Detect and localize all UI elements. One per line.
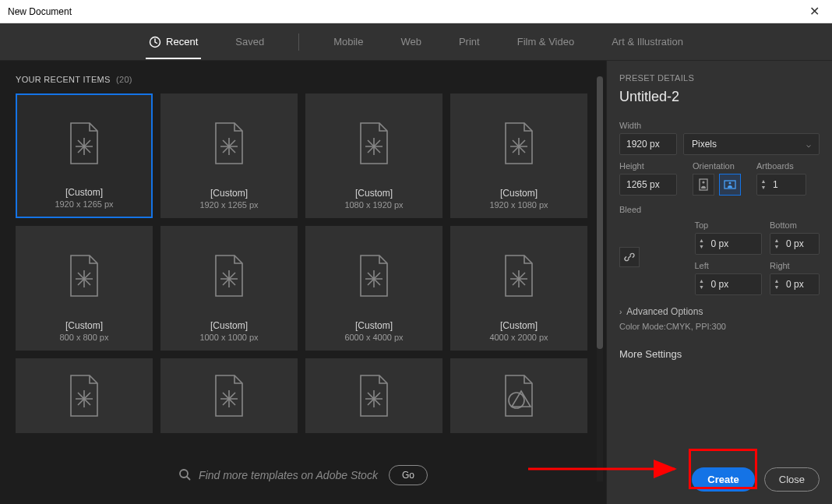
tab-label: Web [400, 36, 421, 48]
go-button[interactable]: Go [389, 465, 428, 485]
chevron-right-icon: › [619, 308, 622, 316]
preset-label: [Custom] [65, 320, 103, 331]
recent-items-header: YOUR RECENT ITEMS (20) [16, 75, 591, 84]
artboards-stepper[interactable]: ▲▼ [756, 174, 806, 196]
preset-details-panel: PRESET DETAILS Untitled-2 Width 1920 px … [606, 61, 832, 504]
orientation-label: Orientation [693, 161, 741, 171]
preset-card[interactable]: [Custom]1920 x 1080 px [450, 93, 587, 218]
window-titlebar: New Document ✕ [0, 0, 832, 23]
stock-search-bar: Find more templates on Adobe Stock Go [16, 456, 591, 495]
preset-card[interactable]: [Custom]4000 x 2000 px [450, 226, 587, 351]
stock-search[interactable]: Find more templates on Adobe Stock [178, 468, 378, 483]
preset-dimensions: 1920 x 1080 px [489, 200, 548, 210]
preset-label: [Custom] [500, 320, 538, 331]
preset-card[interactable]: [Custom]6000 x 4000 px [305, 226, 442, 351]
preset-card[interactable]: [Custom]1000 x 1000 px [160, 226, 298, 351]
bleed-left-label: Left [695, 261, 763, 270]
preset-dimensions: 800 x 800 px [60, 333, 109, 342]
bleed-bottom-label: Bottom [770, 220, 820, 230]
preset-dimensions: 1920 x 1265 px [199, 200, 258, 210]
close-button[interactable]: Close [764, 467, 820, 492]
color-mode-info: Color Mode:CMYK, PPI:300 [619, 322, 820, 331]
create-button[interactable]: Create [692, 467, 754, 492]
tab-print[interactable]: Print [456, 25, 483, 58]
advanced-options-toggle[interactable]: › Advanced Options [619, 306, 820, 317]
document-icon [314, 102, 434, 185]
preset-grid: [Custom]1920 x 1265 px[Custom]1920 x 126… [16, 93, 591, 445]
preset-dimensions: 1000 x 1000 px [199, 333, 258, 342]
preset-label: [Custom] [355, 320, 393, 331]
chevron-down-icon: ⌵ [806, 140, 811, 149]
document-icon [24, 234, 144, 317]
preset-label: [Custom] [355, 188, 393, 199]
content-area: YOUR RECENT ITEMS (20) [Custom]1920 x 12… [0, 61, 832, 504]
recent-items-label: YOUR RECENT ITEMS [16, 75, 111, 84]
preset-card[interactable] [450, 358, 587, 433]
artboards-label: Artboards [756, 161, 806, 171]
preset-card[interactable]: [Custom]800 x 800 px [16, 226, 153, 351]
document-icon [314, 367, 434, 425]
orientation-portrait[interactable] [693, 174, 714, 196]
document-icon [25, 103, 143, 184]
document-icon [459, 367, 579, 425]
height-label: Height [619, 161, 677, 171]
document-icon [24, 367, 144, 425]
document-icon [459, 234, 579, 317]
preset-dimensions: 4000 x 2000 px [489, 333, 548, 342]
document-name[interactable]: Untitled-2 [619, 89, 820, 105]
preset-card[interactable]: [Custom]1920 x 1265 px [160, 93, 298, 218]
window-title: New Document [8, 6, 805, 17]
preset-label: [Custom] [65, 187, 103, 198]
units-select[interactable]: Pixels ⌵ [683, 133, 820, 155]
preset-card[interactable]: [Custom]1080 x 1920 px [305, 93, 442, 218]
scrollbar[interactable] [597, 76, 603, 481]
document-icon [169, 234, 289, 317]
link-bleed-icon[interactable] [619, 247, 640, 267]
tab-label: Film & Video [517, 36, 574, 48]
tab-art-illustration[interactable]: Art & Illustration [608, 25, 686, 58]
document-icon [169, 367, 289, 425]
advanced-options-label: Advanced Options [626, 306, 703, 317]
svg-point-5 [702, 181, 704, 183]
preset-label: [Custom] [500, 188, 538, 199]
tab-label: Print [459, 36, 480, 48]
stock-search-placeholder: Find more templates on Adobe Stock [199, 469, 378, 481]
preset-card[interactable] [160, 358, 298, 433]
bleed-right-label: Right [770, 261, 820, 270]
preset-dimensions: 1920 x 1265 px [55, 199, 113, 209]
tab-label: Mobile [333, 36, 363, 48]
tab-saved[interactable]: Saved [232, 25, 267, 58]
search-icon [178, 468, 191, 483]
bleed-label: Bleed [619, 205, 820, 214]
bleed-left-input[interactable]: ▲▼ [695, 273, 763, 295]
preset-card[interactable] [305, 358, 442, 433]
tab-label: Art & Illustration [612, 36, 683, 48]
preset-card[interactable]: [Custom]1920 x 1265 px [16, 93, 153, 218]
artboards-input[interactable] [770, 174, 806, 195]
more-settings-button[interactable]: More Settings [619, 348, 820, 360]
document-icon [459, 102, 579, 185]
width-input[interactable]: 1920 px [619, 133, 677, 155]
close-icon[interactable]: ✕ [805, 4, 824, 19]
preset-label: [Custom] [210, 188, 248, 199]
scrollbar-thumb[interactable] [597, 76, 603, 349]
bleed-right-input[interactable]: ▲▼ [770, 273, 820, 295]
document-icon [169, 102, 289, 185]
preset-dimensions: 6000 x 4000 px [344, 333, 403, 342]
orientation-landscape[interactable] [719, 174, 741, 196]
document-category-tabs: Recent Saved Mobile Web Print Film & Vid… [0, 23, 832, 61]
tab-mobile[interactable]: Mobile [330, 25, 366, 58]
tab-recent[interactable]: Recent [146, 25, 201, 59]
bleed-top-label: Top [695, 220, 763, 230]
bleed-bottom-input[interactable]: ▲▼ [770, 233, 820, 255]
tab-label: Saved [235, 36, 264, 48]
svg-point-1 [509, 393, 524, 408]
bleed-top-input[interactable]: ▲▼ [695, 233, 763, 255]
preset-card[interactable] [16, 358, 153, 433]
tab-web[interactable]: Web [397, 25, 425, 58]
presets-panel: YOUR RECENT ITEMS (20) [Custom]1920 x 12… [0, 61, 606, 504]
stepper-arrows[interactable]: ▲▼ [757, 177, 770, 192]
height-input[interactable]: 1265 px [619, 174, 677, 196]
tab-film-video[interactable]: Film & Video [514, 25, 577, 58]
width-label: Width [619, 121, 820, 130]
